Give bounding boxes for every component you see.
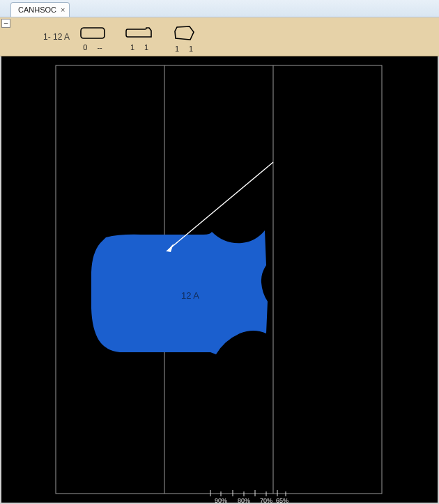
- piece-label: 12 A: [181, 290, 199, 301]
- shape-nums: 0 --: [83, 43, 102, 52]
- collapse-button[interactable]: –: [1, 19, 10, 28]
- toolbar: – 1- 12 A 0 --: [0, 17, 439, 56]
- tab-close-icon[interactable]: ×: [61, 6, 65, 14]
- toolbar-label: 1- 12 A: [28, 32, 70, 42]
- ruler-label-70: 70%: [260, 497, 272, 504]
- canvas-svg: 12 A 90% 80% 70% 65%: [1, 56, 438, 504]
- shape-rounded-icon: [79, 25, 106, 40]
- ruler-label-90: 90%: [215, 497, 227, 504]
- ruler-label-80: 80%: [238, 497, 250, 504]
- pattern-piece[interactable]: [91, 230, 268, 354]
- tab-bar: CANHSOC ×: [0, 0, 439, 17]
- shape-num-left: 0: [83, 43, 87, 52]
- shape-piece-icon: [125, 25, 153, 40]
- shape-rounded[interactable]: 0 --: [79, 25, 106, 52]
- shape-num-left: 1: [130, 43, 134, 52]
- shape-group: 0 -- 1 1: [79, 21, 195, 53]
- shape-piece[interactable]: 1 1: [125, 25, 153, 52]
- shape-polygon[interactable]: 1 1: [173, 25, 195, 53]
- canvas-area[interactable]: 12 A 90% 80% 70% 65%: [0, 56, 439, 504]
- shape-num-right: --: [97, 43, 102, 52]
- shape-num-right: 1: [144, 43, 148, 52]
- shape-nums: 1 1: [130, 43, 148, 52]
- shape-polygon-icon: [173, 25, 195, 42]
- shape-nums: 1 1: [175, 45, 193, 53]
- shape-num-left: 1: [175, 45, 179, 53]
- app-window: CANHSOC × – 1- 12 A 0 --: [0, 0, 439, 504]
- ruler-label-65: 65%: [276, 497, 288, 504]
- tab-canhsoc[interactable]: CANHSOC ×: [10, 2, 70, 17]
- tab-title: CANHSOC: [18, 6, 56, 14]
- shape-num-right: 1: [189, 45, 193, 53]
